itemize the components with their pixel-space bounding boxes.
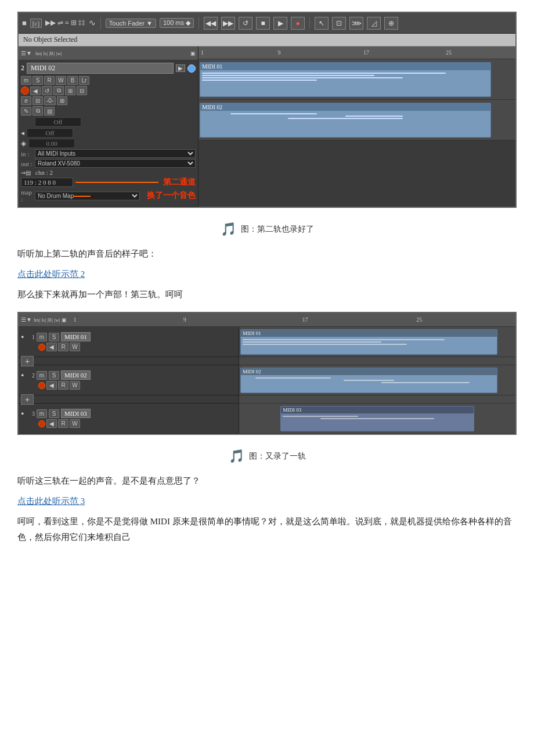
track-1-s-btn[interactable]: S	[49, 333, 59, 341]
track-2-expand-button[interactable]: ▶	[176, 64, 185, 72]
add-track-button-2[interactable]: +	[21, 394, 34, 405]
midi-line-4	[202, 80, 317, 81]
daw2-ruler-1: 1	[73, 316, 76, 323]
forward-button[interactable]: ▶▶	[221, 17, 235, 30]
bus-button[interactable]: B	[67, 76, 78, 85]
midi-line-2	[202, 75, 374, 76]
daw2-clip-3-title: MIDI 03	[281, 406, 473, 413]
cursor-button[interactable]: ↖	[315, 17, 329, 30]
wave-icon: ∿	[89, 18, 96, 28]
text-line-2: 那么接下来就再加一个声部！第三轨。呵呵	[17, 290, 183, 299]
pan-btn[interactable]: -0-	[44, 96, 56, 105]
stop-button[interactable]: ■	[256, 17, 270, 30]
tool5-button[interactable]: ⊕	[384, 17, 398, 30]
text-para-1: 听听加上第二轨的声音后的样子吧：	[17, 246, 517, 262]
play-button[interactable]: ▶	[273, 17, 287, 30]
track-2-arrow-btn[interactable]: ◀	[46, 381, 57, 390]
midi-clip-2: MIDI 02	[200, 103, 491, 138]
track-1-name[interactable]: MIDI 01	[61, 332, 91, 341]
write-button[interactable]: W	[56, 76, 66, 85]
listen-link-2[interactable]: 点击此处听示范 3	[17, 494, 517, 509]
caption-1-icon: 🎵	[221, 222, 236, 237]
track-2-number: 2	[21, 64, 24, 73]
listen-link-1[interactable]: 点击此处听示范 2	[17, 267, 517, 282]
freeze-btn[interactable]: ⊟	[33, 96, 43, 105]
ms-100-button[interactable]: 100 ms ◆	[160, 18, 194, 28]
daw2-clip-1-lines	[241, 337, 497, 347]
rec-led	[21, 87, 29, 95]
annotation-channel-row: 119 : 2 0 8 0 第二通道	[21, 177, 196, 188]
solo-button[interactable]: S	[33, 76, 43, 85]
track-1-w-btn[interactable]: W	[70, 343, 80, 351]
triangle-icon: ◂	[21, 129, 24, 138]
track-1-num: 1	[32, 334, 35, 340]
plugin-btn[interactable]: ⧉	[33, 106, 43, 116]
track-2-w-btn[interactable]: W	[70, 381, 80, 390]
track-1-arrow-btn[interactable]: ◀	[46, 343, 57, 351]
track-3-m-btn[interactable]: m	[37, 409, 47, 418]
track-3-title-row: ● 3 m S MIDI 03	[21, 409, 236, 418]
fx-btn[interactable]: ⊞	[57, 96, 67, 105]
eq-btn[interactable]: ⊟	[77, 86, 87, 95]
track-2-name-field[interactable]: MIDI 02	[27, 63, 174, 74]
midi-line-7	[288, 118, 403, 119]
daw-body: ☰▼ lm| ls| |R| |w| ▣ 2 MIDI 02 ▶ m S R W…	[19, 46, 515, 207]
copy-btn[interactable]: ⧉	[53, 86, 64, 95]
track-3-num: 3	[32, 411, 35, 417]
track-1-rec	[38, 344, 45, 351]
pencil-btn[interactable]: ✎	[21, 107, 31, 116]
track-header-left: ☰▼ lm| ls| |R| |w| ▣	[19, 46, 198, 60]
track-2-controls-row-2: ◀ ↺ ⧉ ⊞ ⊟	[21, 86, 196, 95]
rewind-button[interactable]: ◀◀	[204, 17, 218, 30]
annotation-channel-text: 第二通道	[163, 177, 196, 188]
touch-fader-button[interactable]: Touch Fader ▼	[106, 19, 156, 28]
daw2-clip-row-3: MIDI 03	[239, 404, 515, 434]
track-2-title-row-2: ● 2 m S MIDI 02	[21, 370, 236, 380]
track-2-s-btn[interactable]: S	[49, 371, 59, 380]
track-3-name[interactable]: MIDI 03	[61, 409, 91, 418]
track-1-r-btn[interactable]: R	[58, 343, 68, 351]
track-3-w-btn[interactable]: W	[70, 419, 80, 428]
e-btn[interactable]: e	[21, 96, 31, 105]
track-2-name-2[interactable]: MIDI 02	[61, 370, 91, 380]
text-para-3: 听听这三轨在一起的声音。是不是有点意思了？	[17, 473, 517, 489]
select-button[interactable]: ⊡	[332, 17, 346, 30]
track-3-s-btn[interactable]: S	[49, 409, 59, 418]
loop-button[interactable]: ↺	[239, 17, 252, 30]
mute-button[interactable]: m	[21, 76, 31, 85]
listen-link-1-text[interactable]: 点击此处听示范 2	[17, 269, 85, 279]
track-1-m-btn[interactable]: m	[37, 333, 47, 341]
tool3-button[interactable]: ⋙	[349, 17, 363, 30]
track-3-r-btn[interactable]: R	[58, 419, 68, 428]
track-2-controls-row-4: ✎ ⧉ ▤	[21, 106, 196, 116]
midi-btn[interactable]: ▤	[44, 107, 55, 116]
text-para-2: 那么接下来就再加一个声部！第三轨。呵呵	[17, 287, 517, 303]
annotation-timbre-text: 换了一个音色	[147, 190, 196, 201]
no-object-text: No Object Selected	[23, 35, 77, 44]
listen-link-2-text[interactable]: 点击此处听示范 3	[17, 496, 85, 506]
tool4-button[interactable]: ◿	[367, 17, 381, 30]
timeline-ruler: 1 9 17 25	[199, 46, 515, 59]
in-select[interactable]: All MIDI Inputs	[35, 149, 196, 158]
link-button[interactable]: Lr	[79, 76, 89, 85]
out-select[interactable]: Roland XV-5080	[35, 159, 196, 168]
read-button[interactable]: R	[44, 76, 55, 85]
track-3-arrow-btn[interactable]: ◀	[46, 419, 57, 428]
grid-btn[interactable]: ⊞	[65, 86, 75, 95]
loop2-btn[interactable]: ↺	[42, 86, 52, 95]
daw2-body: ● 1 m S MIDI 01 ◀ R W +	[19, 327, 515, 434]
track-2-m-btn[interactable]: m	[37, 371, 47, 380]
track-2-r-btn[interactable]: R	[58, 381, 68, 390]
record-button[interactable]: ●	[291, 17, 305, 30]
no-object-bar: No Object Selected	[19, 34, 515, 46]
track-2-title-row: 2 MIDI 02 ▶	[21, 63, 196, 74]
add-track-button-1[interactable]: +	[21, 356, 34, 366]
daw2-ruler-9: 9	[183, 316, 186, 323]
timeline-track-2: MIDI 02	[199, 100, 515, 141]
arrow-left-btn[interactable]: ◀	[30, 87, 41, 95]
ruler-mark-1: 1	[201, 49, 204, 56]
daw2-right: MIDI 01 MIDI 02	[239, 327, 515, 434]
daw2-clip-2: MIDI 02	[240, 368, 497, 393]
daw2-line-4	[255, 377, 331, 379]
daw2-gap-2	[239, 395, 515, 404]
